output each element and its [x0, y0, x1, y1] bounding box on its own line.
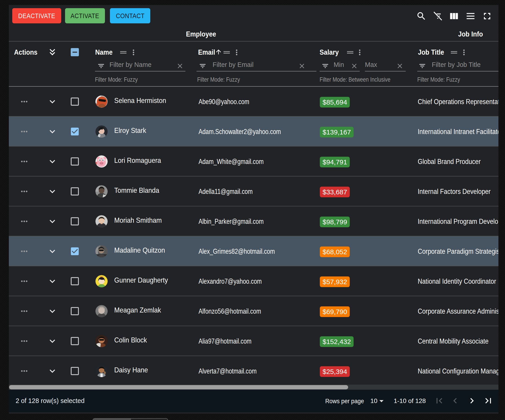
- svg-text:yay!: yay!: [100, 275, 103, 278]
